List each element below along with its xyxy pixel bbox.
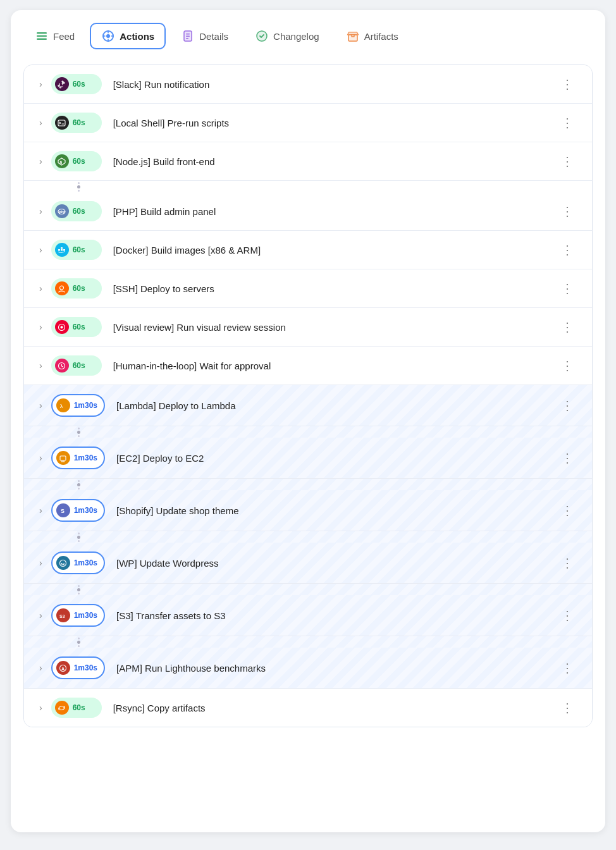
badge-wrap-1: 60s	[51, 74, 102, 94]
tab-details[interactable]: Details	[169, 23, 240, 49]
badge-wrap-7: 60s	[51, 317, 102, 337]
expand-button-5[interactable]: ›	[37, 242, 45, 257]
action-row-3: › N 60s [Node.js] Build front-end ⋮	[24, 142, 592, 181]
more-button-3[interactable]: ⋮	[556, 152, 579, 170]
action-row-6: › 60s [SSH] Deploy to servers ⋮	[24, 269, 592, 308]
badge-7: 60s	[51, 317, 102, 337]
svg-rect-28	[60, 456, 66, 460]
badge-wrap-13: S3 1m30s	[51, 604, 105, 627]
badge-8: 60s	[51, 355, 102, 376]
action-row-13: › S3 1m30s [S3] Transfer assets to S3 ⋮	[24, 595, 592, 636]
more-button-11[interactable]: ⋮	[556, 502, 579, 519]
badge-wrap-15: 60s	[51, 698, 102, 718]
expand-button-15[interactable]: ›	[37, 700, 45, 715]
more-button-9[interactable]: ⋮	[556, 397, 579, 414]
action-label-9: [Lambda] Deploy to Lambda	[116, 400, 556, 411]
connector-3	[24, 181, 592, 192]
badge-15: 60s	[51, 698, 102, 718]
badge-time-10: 1m30s	[74, 453, 97, 462]
expand-button-11[interactable]: ›	[37, 503, 45, 518]
svg-text:S: S	[61, 508, 65, 514]
more-button-5[interactable]: ⋮	[556, 241, 579, 259]
ssh-icon	[55, 281, 69, 295]
expand-button-6[interactable]: ›	[37, 281, 45, 296]
svg-rect-7	[186, 34, 190, 35]
badge-9: λ 1m30s	[51, 394, 105, 417]
svg-rect-12	[348, 35, 357, 41]
more-button-2[interactable]: ⋮	[556, 114, 579, 132]
badge-time-2: 60s	[73, 118, 85, 127]
badge-time-3: 60s	[73, 157, 85, 166]
wp-icon: W	[56, 556, 70, 570]
badge-time-1: 60s	[73, 80, 85, 89]
svg-text:php: php	[59, 210, 66, 214]
expand-button-7[interactable]: ›	[37, 319, 45, 335]
more-button-15[interactable]: ⋮	[556, 699, 579, 717]
php-icon: php	[55, 204, 69, 218]
tab-actions[interactable]: Actions	[90, 23, 166, 49]
badge-time-8: 60s	[73, 361, 85, 370]
actions-icon	[101, 29, 115, 43]
more-button-12[interactable]: ⋮	[556, 554, 579, 572]
nodejs-icon: N	[55, 154, 69, 168]
tab-artifacts[interactable]: Artifacts	[335, 23, 410, 49]
badge-time-15: 60s	[73, 703, 85, 712]
action-row-15: › 60s [Rsync] Copy artifacts ⋮	[24, 689, 592, 727]
loop-icon	[55, 359, 69, 373]
svg-rect-8	[186, 36, 190, 37]
tab-feed[interactable]: Feed	[23, 23, 86, 49]
tab-changelog[interactable]: Changelog	[243, 23, 331, 49]
more-button-14[interactable]: ⋮	[556, 659, 579, 677]
expand-button-8[interactable]: ›	[37, 358, 45, 373]
badge-wrap-8: 60s	[51, 355, 102, 376]
more-button-10[interactable]: ⋮	[556, 449, 579, 467]
more-button-1[interactable]: ⋮	[556, 75, 579, 93]
badge-time-6: 60s	[73, 284, 85, 293]
expand-button-1[interactable]: ›	[37, 77, 45, 92]
badge-wrap-3: N 60s	[51, 151, 102, 171]
more-button-8[interactable]: ⋮	[556, 357, 579, 374]
slack-icon	[55, 77, 69, 91]
expand-button-9[interactable]: ›	[37, 398, 45, 413]
tab-artifacts-label: Artifacts	[364, 31, 398, 42]
connector-11	[24, 531, 592, 543]
badge-wrap-6: 60s	[51, 278, 102, 299]
more-button-6[interactable]: ⋮	[556, 280, 579, 297]
expand-button-3[interactable]: ›	[37, 154, 45, 169]
action-label-15: [Rsync] Copy artifacts	[113, 703, 556, 713]
ec2-icon	[56, 451, 70, 465]
badge-time-13: 1m30s	[74, 611, 97, 620]
svg-rect-14	[58, 120, 65, 126]
expand-button-10[interactable]: ›	[37, 450, 45, 465]
connector-12	[24, 584, 592, 595]
more-button-7[interactable]: ⋮	[556, 318, 579, 336]
badge-time-4: 60s	[73, 207, 85, 216]
svg-text:S3: S3	[59, 614, 65, 619]
connector-dot-3	[77, 182, 80, 192]
badge-wrap-11: S 1m30s	[51, 499, 105, 522]
action-label-5: [Docker] Build images [x86 & ARM]	[113, 245, 556, 256]
more-button-13[interactable]: ⋮	[556, 607, 579, 624]
badge-time-5: 60s	[73, 245, 85, 254]
expand-button-13[interactable]: ›	[37, 608, 45, 623]
action-row-7: › 60s [Visual review] Run visual review …	[24, 308, 592, 347]
connector-dot-10	[77, 480, 80, 490]
action-row-4: › php 60s [PHP] Build admin panel ⋮	[24, 192, 592, 231]
tab-details-label: Details	[199, 31, 228, 42]
action-row-10: › 1m30s [EC2] Deploy to EC2 ⋮	[24, 438, 592, 479]
shopify-icon: S	[56, 503, 70, 517]
expand-button-12[interactable]: ›	[37, 555, 45, 570]
badge-time-9: 1m30s	[74, 401, 97, 410]
expand-button-14[interactable]: ›	[37, 660, 45, 675]
action-label-7: [Visual review] Run visual review sessio…	[113, 322, 556, 333]
badge-wrap-14: A 1m30s	[51, 656, 105, 679]
expand-button-2[interactable]: ›	[37, 115, 45, 130]
badge-wrap-4: php 60s	[51, 201, 102, 221]
rsync-icon	[55, 701, 69, 715]
svg-rect-2	[37, 39, 47, 40]
action-label-14: [APM] Run Lighthouse benchmarks	[116, 663, 556, 674]
badge-3: N 60s	[51, 151, 102, 171]
expand-button-4[interactable]: ›	[37, 204, 45, 219]
more-button-4[interactable]: ⋮	[556, 202, 579, 220]
action-label-4: [PHP] Build admin panel	[113, 206, 556, 217]
